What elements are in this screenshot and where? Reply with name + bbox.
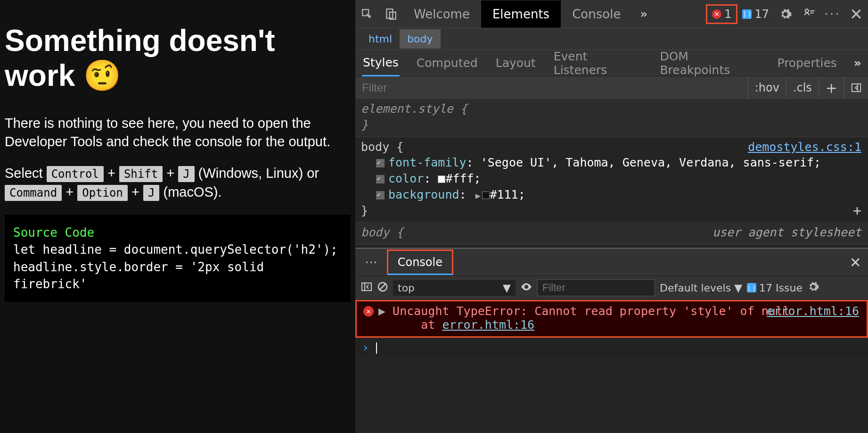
drawer-tab-console[interactable]: Console [387,250,453,275]
more-menu-icon[interactable]: ··· [821,2,844,26]
decl-background[interactable]: background: ▶#111; [376,187,862,203]
inspect-icon[interactable] [355,2,379,26]
kbd-shift: Shift [119,166,163,182]
svg-point-3 [805,9,809,12]
drawer-more-icon[interactable]: ··· [355,255,387,270]
rule-body[interactable]: demostyles.css:1 body { font-family: 'Se… [355,137,868,223]
kbd-command: Command [5,185,62,201]
issue-icon: ❘❘ [742,9,752,19]
kbd-control: Control [47,166,104,182]
code-line-2: headline.style.border = '2px solid fireb… [13,260,271,291]
styles-filter-input[interactable] [355,81,748,94]
issue-icon: ❘❘ [747,283,756,292]
code-line-1: let headline = document.querySelector('h… [13,242,338,257]
add-declaration-button[interactable]: + [853,201,861,221]
subtab-styles[interactable]: Styles [362,50,400,76]
new-style-rule-button[interactable]: + [819,76,844,99]
kbd-j: J [178,166,194,182]
clear-console-icon[interactable] [377,281,388,295]
color-swatch[interactable] [482,192,490,199]
checkbox-icon[interactable] [376,159,385,167]
svg-rect-4 [852,84,860,92]
decl-color[interactable]: color: #fff; [376,171,862,187]
source-code-block: Source Code let headline = document.quer… [5,215,351,302]
shortcut-prefix: Select [5,166,47,181]
console-settings-icon[interactable] [807,281,819,295]
settings-icon[interactable] [774,2,797,26]
live-expression-icon[interactable] [520,281,532,295]
shortcut-mac-suffix: (macOS). [164,184,222,200]
issue-count: 17 [754,8,769,21]
console-error-message[interactable]: ✕ ▶ Uncaught TypeError: Cannot read prop… [355,300,868,338]
chevron-down-icon: ▼ [503,282,511,294]
kbd-option: Option [77,185,128,201]
crumb-html[interactable]: html [361,29,400,49]
stack-link[interactable]: error.html:16 [442,318,534,332]
log-levels-selector[interactable]: Default levels ▼ [660,282,742,294]
feedback-icon[interactable] [797,2,821,26]
shortcut-instructions: Select Control + Shift + J (Windows, Lin… [5,164,351,201]
error-icon: ✕ [712,9,721,19]
tab-elements[interactable]: Elements [481,0,561,28]
subtab-layout[interactable]: Layout [495,50,537,75]
expand-icon[interactable]: ▶ [378,304,393,318]
decl-font-family[interactable]: font-family: 'Segoe UI', Tahoma, Geneva,… [376,155,862,171]
toggle-sidebar-icon[interactable] [844,76,868,99]
more-subtabs-icon[interactable]: » [854,56,861,70]
issue-count-badge[interactable]: ❘❘ 17 [737,4,774,24]
cls-toggle[interactable]: .cls [786,76,819,99]
checkbox-icon[interactable] [376,191,385,200]
rule-source-link[interactable]: demostyles.css:1 [748,139,861,155]
console-filter-input[interactable] [537,279,655,296]
close-devtools-icon[interactable]: ✕ [844,2,868,26]
close-drawer-icon[interactable]: ✕ [850,254,861,271]
hov-toggle[interactable]: :hov [748,76,786,99]
tab-welcome[interactable]: Welcome [402,0,481,28]
subtab-computed[interactable]: Computed [416,50,479,75]
kbd-j-mac: J [143,185,159,201]
rule-user-agent[interactable]: user agent stylesheet body { [355,223,868,245]
crumb-body[interactable]: body [400,29,440,49]
error-source-link[interactable]: error.html:16 [767,304,859,318]
color-swatch[interactable] [438,175,445,183]
error-count: 1 [724,8,731,21]
device-toggle-icon[interactable] [379,2,402,26]
checkbox-icon[interactable] [376,175,385,183]
console-prompt[interactable]: › [355,338,868,357]
tab-console[interactable]: Console [561,0,632,28]
expand-icon[interactable]: ▶ [475,190,481,201]
page-heading: Something doesn't work 🤨 [5,24,351,93]
context-selector[interactable]: top▼ [393,280,516,296]
error-text: Uncaught TypeError: Cannot read property… [393,304,790,318]
shortcut-win-suffix: (Windows, Linux) or [198,166,319,181]
issues-link[interactable]: ❘❘ 17 Issue [747,282,802,294]
error-icon: ✕ [363,306,374,316]
rule-source-ua: user agent stylesheet [712,225,861,241]
rule-element-style[interactable]: element.style { } [355,99,868,137]
error-count-badge[interactable]: ✕ 1 [706,4,737,24]
more-tabs-icon[interactable]: » [632,2,655,26]
subtab-properties[interactable]: Properties [777,50,838,75]
code-title: Source Code [13,225,94,240]
rule-selector: element.style { [361,101,862,117]
show-console-sidebar-icon[interactable] [361,281,372,295]
page-intro: There is nothing to see here, you need t… [5,114,351,151]
text-cursor [376,342,377,354]
